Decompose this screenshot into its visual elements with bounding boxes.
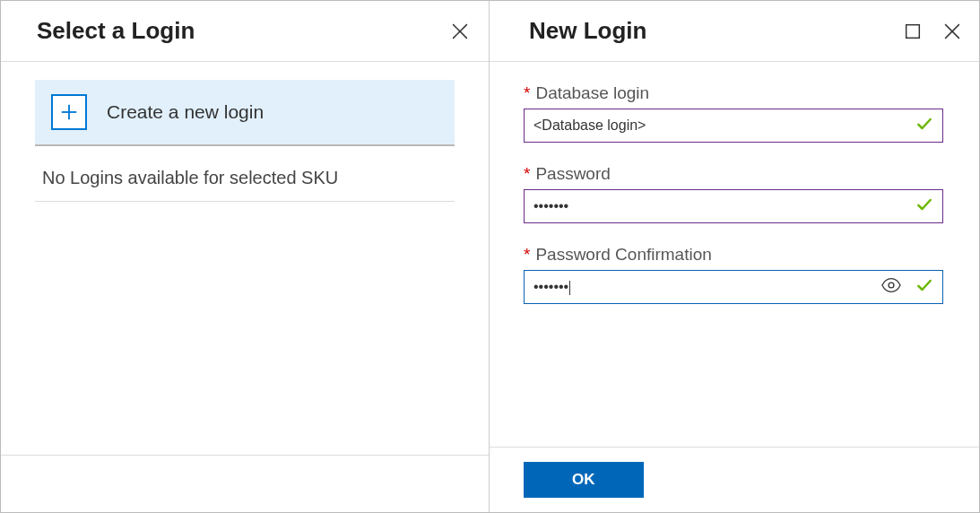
text-cursor <box>569 281 570 295</box>
required-indicator: * <box>524 83 530 102</box>
svg-point-7 <box>889 283 894 288</box>
close-icon[interactable] <box>449 21 471 42</box>
select-login-panel: Select a Login Create a new login No Log… <box>1 1 490 512</box>
password-label: *Password <box>524 164 943 184</box>
password-field-group: *Password ••••••• <box>524 164 943 223</box>
check-icon <box>915 115 933 136</box>
new-login-title: New Login <box>529 17 646 45</box>
eye-icon[interactable] <box>881 278 901 296</box>
password-confirmation-input[interactable]: ••••••• <box>524 270 943 304</box>
required-indicator: * <box>524 164 530 183</box>
password-confirmation-value: ••••••• <box>533 279 881 295</box>
database-login-value: <Database login> <box>533 117 910 134</box>
no-logins-message: No Logins available for selected SKU <box>35 152 455 202</box>
password-input[interactable]: ••••••• <box>524 189 943 223</box>
database-login-field-group: *Database login <Database login> <box>524 83 943 143</box>
password-value: ••••••• <box>533 198 910 214</box>
new-login-footer: OK <box>490 447 979 512</box>
password-confirmation-label: *Password Confirmation <box>524 245 943 265</box>
check-icon <box>915 196 933 217</box>
left-footer-divider <box>1 455 489 512</box>
required-indicator: * <box>524 245 530 264</box>
database-login-label: *Database login <box>524 83 943 103</box>
svg-rect-4 <box>906 24 920 38</box>
check-icon <box>915 276 933 298</box>
select-login-title: Select a Login <box>37 17 195 45</box>
create-new-login-label: Create a new login <box>107 101 264 123</box>
close-icon[interactable] <box>941 21 963 42</box>
maximize-icon[interactable] <box>902 21 924 42</box>
ok-button[interactable]: OK <box>524 462 644 498</box>
database-login-input[interactable]: <Database login> <box>524 109 943 143</box>
create-new-login-button[interactable]: Create a new login <box>35 80 455 146</box>
select-login-header: Select a Login <box>1 1 489 62</box>
new-login-panel: New Login *Database login <Database logi… <box>490 1 979 512</box>
password-confirmation-field-group: *Password Confirmation ••••••• <box>524 245 943 304</box>
new-login-header: New Login <box>490 1 979 62</box>
plus-icon <box>51 94 87 130</box>
